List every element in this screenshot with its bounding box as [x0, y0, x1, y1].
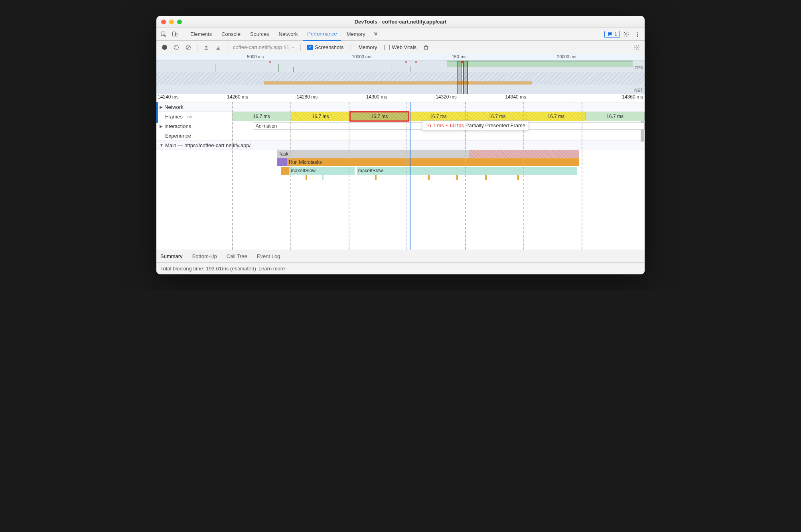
- tab-bottom-up[interactable]: Bottom-Up: [192, 253, 217, 259]
- ruler-tick: 14240 ms: [156, 94, 226, 102]
- record-button[interactable]: [160, 43, 169, 52]
- download-icon[interactable]: [213, 43, 223, 52]
- function-bar[interactable]: makeItSlow: [289, 167, 355, 175]
- issues-badge[interactable]: 1: [604, 31, 620, 38]
- garbage-collect-icon[interactable]: [421, 43, 431, 52]
- tab-console[interactable]: Console: [217, 28, 245, 41]
- overview-tick: ms: [459, 54, 474, 60]
- flame-bar[interactable]: [281, 167, 289, 175]
- maximize-window-button[interactable]: [177, 20, 182, 24]
- frame-cell[interactable]: 16.7 ms: [468, 112, 527, 121]
- flame-tick[interactable]: [517, 175, 519, 180]
- more-tabs-icon[interactable]: [371, 30, 381, 39]
- issues-count: 1: [614, 32, 617, 37]
- range-handle-right[interactable]: [463, 61, 468, 94]
- flame-tick[interactable]: [456, 175, 458, 180]
- detail-ruler[interactable]: 14240 ms 14260 ms 14280 ms 14300 ms 1432…: [156, 94, 645, 102]
- comment-icon: [607, 32, 613, 37]
- minimize-window-button[interactable]: [169, 20, 174, 24]
- frame-cell[interactable]: 16.7 ms: [232, 112, 291, 121]
- frame-cell[interactable]: 16.7 ms: [291, 112, 350, 121]
- flame-tick[interactable]: [375, 175, 377, 180]
- experience-track[interactable]: Experience: [156, 131, 645, 140]
- blocking-time-text: Total blocking time: 193.61ms (estimated…: [160, 266, 256, 272]
- memory-checkbox[interactable]: Memory: [351, 44, 377, 50]
- svg-point-4: [637, 32, 638, 33]
- range-handle-left[interactable]: [457, 61, 462, 94]
- flame-chart[interactable]: Task Run Microtasks makeItSlow makeItSlo…: [232, 150, 640, 183]
- flame-bar[interactable]: [277, 158, 287, 166]
- track-group-marker: [156, 102, 158, 123]
- chevron-down-icon: [291, 45, 295, 49]
- capture-settings-icon[interactable]: [632, 43, 641, 52]
- overview-tick: 150: [371, 54, 459, 60]
- separator: [197, 44, 197, 51]
- interactions-track[interactable]: ▶Interactions Animation 16.7 ms ~ 60 fps…: [156, 121, 645, 131]
- flame-tick[interactable]: [485, 175, 487, 180]
- tab-elements[interactable]: Elements: [186, 28, 216, 41]
- clear-icon[interactable]: [183, 43, 193, 52]
- inspect-element-icon[interactable]: [159, 30, 168, 39]
- perf-toolbar: coffee-cart.netlify.app #1 Screenshots M…: [156, 41, 645, 54]
- reload-record-icon[interactable]: [172, 43, 181, 52]
- devtools-window: DevTools - coffee-cart.netlify.app/cart …: [156, 16, 645, 274]
- disclosure-triangle-icon: ▶: [160, 105, 163, 109]
- close-window-button[interactable]: [161, 20, 166, 24]
- frame-tooltip: 16.7 ms ~ 60 fps Partially Presented Fra…: [422, 120, 529, 130]
- tracks-area[interactable]: ▶Network Frames ns 16.7 ms 16.7 ms 16.7 …: [156, 102, 645, 250]
- learn-more-link[interactable]: Learn more: [258, 266, 285, 272]
- timeline-overview[interactable]: 5000 ms 10000 ms 150 ms 20000 ms FPS CPU…: [156, 54, 645, 94]
- disclosure-triangle-icon: ▼: [160, 143, 164, 148]
- titlebar: DevTools - coffee-cart.netlify.app/cart: [156, 16, 645, 28]
- microtasks-bar[interactable]: Run Microtasks: [287, 158, 579, 166]
- frame-cell[interactable]: 16.7 ms: [527, 112, 586, 121]
- overview-tick: 5000 ms: [156, 54, 264, 60]
- recording-label: coffee-cart.netlify.app #1: [233, 44, 289, 50]
- footer: Total blocking time: 193.61ms (estimated…: [156, 262, 645, 274]
- overview-tick: 10000 ms: [264, 54, 371, 60]
- flame-tick[interactable]: [428, 175, 430, 180]
- svg-point-3: [625, 33, 627, 35]
- separator: [183, 31, 183, 38]
- tab-sources[interactable]: Sources: [246, 28, 273, 41]
- details-tabs: Summary Bottom-Up Call Tree Event Log: [156, 250, 645, 262]
- svg-rect-2: [176, 33, 177, 36]
- overview-tick: 20000 ms: [474, 54, 576, 60]
- flame-tick[interactable]: [322, 175, 324, 180]
- flame-tick[interactable]: [306, 175, 307, 180]
- svg-point-5: [637, 33, 638, 34]
- upload-icon[interactable]: [201, 43, 211, 52]
- tab-memory[interactable]: Memory: [343, 28, 369, 41]
- frame-cell-selected[interactable]: 16.7 ms: [350, 112, 409, 121]
- separator: [227, 44, 227, 51]
- frame-cell[interactable]: 16.7 ms: [409, 112, 468, 121]
- main-track-header[interactable]: ▼Main — https://coffee-cart.netlify.app/: [156, 140, 645, 150]
- kebab-menu-icon[interactable]: [633, 30, 642, 39]
- tab-call-tree[interactable]: Call Tree: [227, 253, 247, 259]
- svg-point-9: [636, 47, 637, 48]
- long-task-bar[interactable]: [469, 150, 579, 158]
- tab-event-log[interactable]: Event Log: [257, 253, 280, 259]
- ruler-tick: 14300 ms: [365, 94, 434, 102]
- ruler-tick: 14340 ms: [504, 94, 573, 102]
- tab-performance[interactable]: Performance: [303, 28, 341, 41]
- webvitals-checkbox[interactable]: Web Vitals: [384, 44, 416, 50]
- device-toolbar-icon[interactable]: [170, 30, 180, 39]
- ruler-tick: 14320 ms: [434, 94, 504, 102]
- network-track-header[interactable]: ▶Network: [156, 102, 645, 112]
- frames-track[interactable]: Frames ns 16.7 ms 16.7 ms 16.7 ms 16.7 m…: [156, 112, 645, 121]
- window-title: DevTools - coffee-cart.netlify.app/cart: [156, 19, 645, 25]
- svg-point-6: [637, 35, 638, 36]
- window-controls: [156, 20, 182, 24]
- function-bar[interactable]: makeItSlow: [357, 167, 577, 175]
- separator: [300, 44, 301, 51]
- ruler-tick: 14280 ms: [296, 94, 365, 102]
- disclosure-triangle-icon: ▶: [160, 124, 163, 128]
- frame-cell[interactable]: 16.7 ms: [586, 112, 645, 121]
- screenshots-checkbox[interactable]: Screenshots: [307, 44, 343, 50]
- settings-icon[interactable]: [621, 30, 631, 39]
- tab-summary[interactable]: Summary: [160, 253, 183, 259]
- recording-select[interactable]: coffee-cart.netlify.app #1: [231, 44, 296, 50]
- tab-network[interactable]: Network: [275, 28, 302, 41]
- ruler-tick: 14260 ms: [226, 94, 295, 102]
